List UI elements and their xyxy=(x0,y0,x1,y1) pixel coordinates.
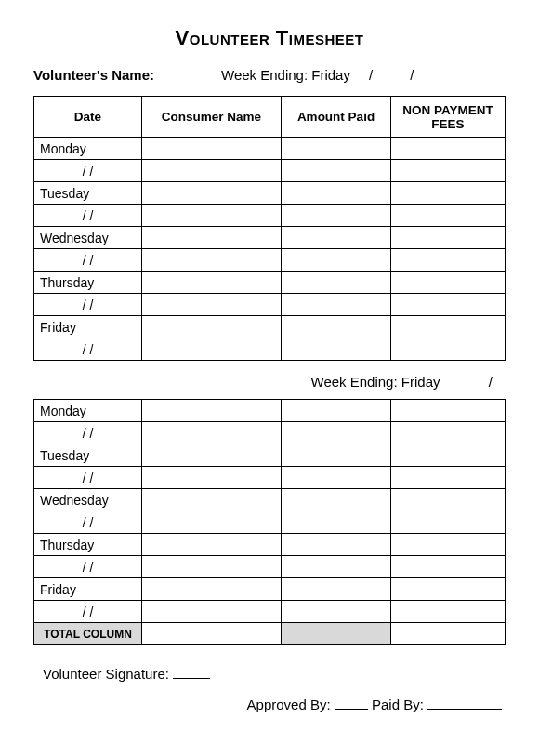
paid-by-label: Paid By: xyxy=(372,696,424,712)
cell[interactable] xyxy=(282,422,391,444)
cell[interactable] xyxy=(391,294,506,316)
cell[interactable] xyxy=(282,205,391,227)
date-cell[interactable]: / / xyxy=(34,205,142,227)
cell[interactable] xyxy=(391,227,506,249)
cell[interactable] xyxy=(142,227,282,249)
timesheet-table-week2: Monday / / Tuesday / / Wednesday / / Thu… xyxy=(33,399,506,645)
table-row: Thursday xyxy=(34,534,506,556)
cell[interactable] xyxy=(391,489,506,511)
cell[interactable] xyxy=(142,400,282,422)
cell[interactable] xyxy=(391,205,506,227)
cell[interactable] xyxy=(391,272,506,294)
date-cell[interactable]: / / xyxy=(34,556,142,578)
cell[interactable] xyxy=(391,400,506,422)
cell[interactable] xyxy=(142,534,282,556)
cell[interactable] xyxy=(391,467,506,489)
cell[interactable] xyxy=(142,601,282,623)
cell[interactable] xyxy=(142,623,282,645)
date-slash: / xyxy=(350,67,391,83)
cell[interactable] xyxy=(282,338,391,361)
cell[interactable] xyxy=(391,422,506,444)
cell[interactable] xyxy=(282,272,391,294)
cell[interactable] xyxy=(282,511,391,534)
cell[interactable] xyxy=(142,205,282,227)
cell[interactable] xyxy=(142,160,282,182)
cell[interactable] xyxy=(142,249,282,272)
cell[interactable] xyxy=(142,489,282,511)
date-cell[interactable]: / / xyxy=(34,422,142,444)
date-cell[interactable]: / / xyxy=(34,294,142,316)
cell[interactable] xyxy=(391,160,506,182)
date-cell[interactable]: / / xyxy=(34,467,142,489)
page-title: Volunteer Timesheet xyxy=(33,26,506,50)
cell[interactable] xyxy=(282,227,391,249)
cell[interactable] xyxy=(142,294,282,316)
name-week-line: Volunteer's Name: Week Ending: Friday / … xyxy=(33,67,506,83)
total-label-cell: TOTAL COLUMN xyxy=(34,623,142,645)
cell[interactable] xyxy=(142,467,282,489)
cell[interactable] xyxy=(282,160,391,182)
cell[interactable] xyxy=(391,444,506,467)
cell[interactable] xyxy=(142,316,282,338)
cell[interactable] xyxy=(282,138,391,160)
total-amount-cell[interactable] xyxy=(282,623,391,645)
cell[interactable] xyxy=(282,249,391,272)
signature-field[interactable] xyxy=(173,678,210,679)
cell[interactable] xyxy=(391,534,506,556)
table-row: / / xyxy=(34,160,506,182)
approved-by-field[interactable] xyxy=(335,709,368,710)
cell[interactable] xyxy=(142,338,282,361)
date-cell[interactable]: / / xyxy=(34,338,142,361)
day-cell: Tuesday xyxy=(34,182,142,205)
paid-by-field[interactable] xyxy=(427,709,502,710)
table-row: / / xyxy=(34,205,506,227)
cell[interactable] xyxy=(391,601,506,623)
day-cell: Wednesday xyxy=(34,227,142,249)
table-row: / / xyxy=(34,556,506,578)
header-row: Date Consumer Name Amount Paid NON PAYME… xyxy=(34,97,506,138)
date-cell[interactable]: / / xyxy=(34,160,142,182)
cell[interactable] xyxy=(391,578,506,601)
table-row: / / xyxy=(34,467,506,489)
cell[interactable] xyxy=(282,601,391,623)
cell[interactable] xyxy=(142,444,282,467)
cell[interactable] xyxy=(282,534,391,556)
header-date: Date xyxy=(34,97,142,138)
cell[interactable] xyxy=(391,316,506,338)
cell[interactable] xyxy=(282,467,391,489)
cell[interactable] xyxy=(142,138,282,160)
day-cell: Thursday xyxy=(34,534,142,556)
cell[interactable] xyxy=(282,444,391,467)
date-cell[interactable]: / / xyxy=(34,601,142,623)
week-ending-label-2: Week Ending: Friday xyxy=(311,374,440,390)
cell[interactable] xyxy=(282,400,391,422)
approved-by-label: Approved By: xyxy=(247,696,331,712)
date-cell[interactable]: / / xyxy=(34,249,142,272)
header-amount: Amount Paid xyxy=(282,97,391,138)
cell[interactable] xyxy=(391,511,506,534)
cell[interactable] xyxy=(282,294,391,316)
cell[interactable] xyxy=(142,182,282,205)
cell[interactable] xyxy=(391,182,506,205)
cell[interactable] xyxy=(391,556,506,578)
cell[interactable] xyxy=(282,556,391,578)
total-row: TOTAL COLUMN xyxy=(34,623,506,645)
cell[interactable] xyxy=(391,138,506,160)
cell[interactable] xyxy=(391,249,506,272)
cell[interactable] xyxy=(391,338,506,361)
timesheet-table-week1: Date Consumer Name Amount Paid NON PAYME… xyxy=(33,96,506,361)
cell[interactable] xyxy=(142,272,282,294)
cell[interactable] xyxy=(282,578,391,601)
cell[interactable] xyxy=(142,556,282,578)
cell[interactable] xyxy=(142,578,282,601)
cell[interactable] xyxy=(142,422,282,444)
cell[interactable] xyxy=(391,623,506,645)
cell[interactable] xyxy=(282,489,391,511)
day-cell: Wednesday xyxy=(34,489,142,511)
cell[interactable] xyxy=(282,182,391,205)
table-row: / / xyxy=(34,338,506,361)
cell[interactable] xyxy=(282,316,391,338)
date-cell[interactable]: / / xyxy=(34,511,142,534)
table-row: Friday xyxy=(34,316,506,338)
cell[interactable] xyxy=(142,511,282,534)
